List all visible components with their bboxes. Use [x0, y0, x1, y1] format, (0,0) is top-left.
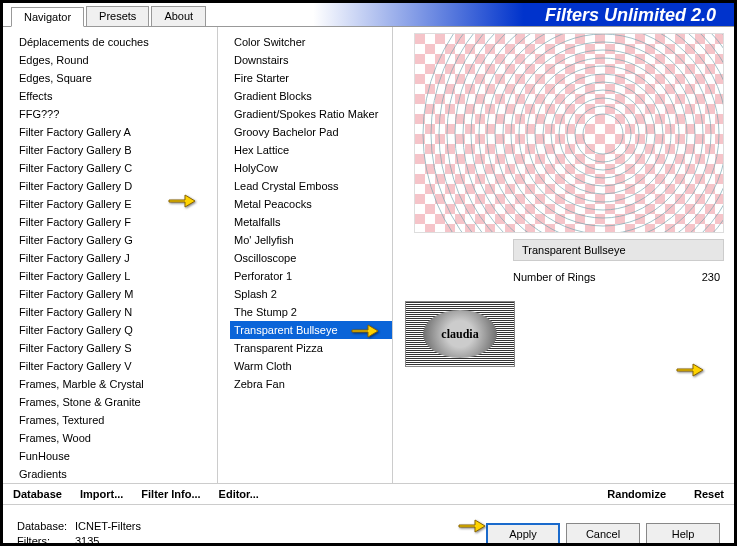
preview-panel: Transparent Bullseye Number of Rings 230	[393, 27, 734, 483]
list-item[interactable]: Oscilloscope	[230, 249, 392, 267]
footer-info: Database:ICNET-Filters Filters:3135	[17, 519, 141, 547]
list-item[interactable]: Lead Crystal Emboss	[230, 177, 392, 195]
list-item[interactable]: Filter Factory Gallery F	[15, 213, 217, 231]
list-item[interactable]: Edges, Round	[15, 51, 217, 69]
app-title-banner: Filters Unlimited 2.0	[208, 3, 734, 26]
header-bar: NavigatorPresetsAbout Filters Unlimited …	[3, 3, 734, 27]
tab-presets[interactable]: Presets	[86, 6, 149, 26]
list-item[interactable]: Downstairs	[230, 51, 392, 69]
list-item[interactable]: Zebra Fan	[230, 375, 392, 393]
apply-button[interactable]: Apply	[486, 523, 560, 545]
list-item[interactable]: Splash 2	[230, 285, 392, 303]
list-item[interactable]: Filter Factory Gallery A	[15, 123, 217, 141]
footer: Database:ICNET-Filters Filters:3135 Appl…	[3, 504, 734, 546]
svg-point-7	[527, 58, 679, 210]
list-item[interactable]: Fire Starter	[230, 69, 392, 87]
preview-image	[414, 33, 724, 233]
pointer-icon	[350, 319, 380, 341]
pointer-icon	[675, 358, 705, 380]
list-item[interactable]: Gradients	[15, 465, 217, 483]
tab-strip: NavigatorPresetsAbout	[3, 6, 208, 26]
list-item[interactable]: Filter Factory Gallery N	[15, 303, 217, 321]
pointer-icon	[457, 514, 487, 536]
list-item[interactable]: Perforator 1	[230, 267, 392, 285]
list-item[interactable]: Mo' Jellyfish	[230, 231, 392, 249]
svg-point-17	[447, 33, 724, 233]
svg-point-10	[503, 34, 703, 233]
list-item[interactable]: Filter Factory Gallery V	[15, 357, 217, 375]
reset-button[interactable]: Reset	[694, 488, 724, 500]
param-row: Number of Rings 230	[513, 271, 724, 283]
param-value[interactable]: 230	[702, 271, 720, 283]
db-label: Database:	[17, 519, 75, 534]
list-item[interactable]: Warm Cloth	[230, 357, 392, 375]
filters-count-label: Filters:	[17, 534, 75, 547]
import-button[interactable]: Import...	[80, 488, 123, 500]
list-item[interactable]: Hex Lattice	[230, 141, 392, 159]
list-item[interactable]: Color Switcher	[230, 33, 392, 51]
list-item[interactable]: FunHouse	[15, 447, 217, 465]
list-item[interactable]: Groovy Bachelor Pad	[230, 123, 392, 141]
filters-count-value: 3135	[75, 535, 99, 547]
watermark-logo: claudia	[405, 301, 515, 367]
db-value: ICNET-Filters	[75, 520, 141, 532]
svg-point-5	[543, 74, 663, 194]
list-item[interactable]: Metalfalls	[230, 213, 392, 231]
tab-about[interactable]: About	[151, 6, 206, 26]
filter-panel: Color SwitcherDownstairsFire StarterGrad…	[218, 27, 393, 483]
pointer-icon	[167, 189, 197, 211]
list-item[interactable]: FFG???	[15, 105, 217, 123]
selected-filter-label: Transparent Bullseye	[513, 239, 724, 261]
list-item[interactable]: Gradient/Spokes Ratio Maker	[230, 105, 392, 123]
list-item[interactable]: Filter Factory Gallery Q	[15, 321, 217, 339]
action-toolbar: Database Import... Filter Info... Editor…	[3, 483, 734, 504]
cancel-button[interactable]: Cancel	[566, 523, 640, 545]
svg-point-19	[431, 33, 724, 233]
database-button[interactable]: Database	[13, 488, 62, 500]
list-item[interactable]: Filter Factory Gallery J	[15, 249, 217, 267]
list-item[interactable]: Frames, Textured	[15, 411, 217, 429]
list-item[interactable]: Filter Factory Gallery M	[15, 285, 217, 303]
svg-point-3	[559, 90, 647, 178]
list-item[interactable]: Gradient Blocks	[230, 87, 392, 105]
watermark-text: claudia	[423, 310, 497, 358]
list-item[interactable]: Transparent Pizza	[230, 339, 392, 357]
svg-point-2	[567, 98, 639, 170]
list-item[interactable]: Filter Factory Gallery L	[15, 267, 217, 285]
list-item[interactable]: Frames, Wood	[15, 429, 217, 447]
list-item[interactable]: Frames, Stone & Granite	[15, 393, 217, 411]
list-item[interactable]: HolyCow	[230, 159, 392, 177]
tab-navigator[interactable]: Navigator	[11, 7, 84, 27]
editor-button[interactable]: Editor...	[219, 488, 259, 500]
category-panel: Déplacements de couchesEdges, RoundEdges…	[3, 27, 218, 483]
footer-buttons: Apply Cancel Help	[486, 523, 720, 545]
list-item[interactable]: Filter Factory Gallery S	[15, 339, 217, 357]
help-button[interactable]: Help	[646, 523, 720, 545]
svg-point-6	[535, 66, 671, 202]
svg-point-0	[583, 114, 623, 154]
list-item[interactable]: Edges, Square	[15, 69, 217, 87]
list-item[interactable]: Frames, Marble & Crystal	[15, 375, 217, 393]
main-area: Déplacements de couchesEdges, RoundEdges…	[3, 27, 734, 483]
svg-point-8	[519, 50, 687, 218]
randomize-button[interactable]: Randomize	[607, 488, 666, 500]
param-label: Number of Rings	[513, 271, 596, 283]
list-item[interactable]: Filter Factory Gallery G	[15, 231, 217, 249]
filter-list[interactable]: Color SwitcherDownstairsFire StarterGrad…	[218, 27, 392, 483]
list-item[interactable]: Filter Factory Gallery B	[15, 141, 217, 159]
list-item[interactable]: Metal Peacocks	[230, 195, 392, 213]
list-item[interactable]: Déplacements de couches	[15, 33, 217, 51]
category-list[interactable]: Déplacements de couchesEdges, RoundEdges…	[3, 27, 217, 483]
filter-info-button[interactable]: Filter Info...	[141, 488, 200, 500]
svg-point-9	[511, 42, 695, 226]
list-item[interactable]: Effects	[15, 87, 217, 105]
list-item[interactable]: Filter Factory Gallery C	[15, 159, 217, 177]
